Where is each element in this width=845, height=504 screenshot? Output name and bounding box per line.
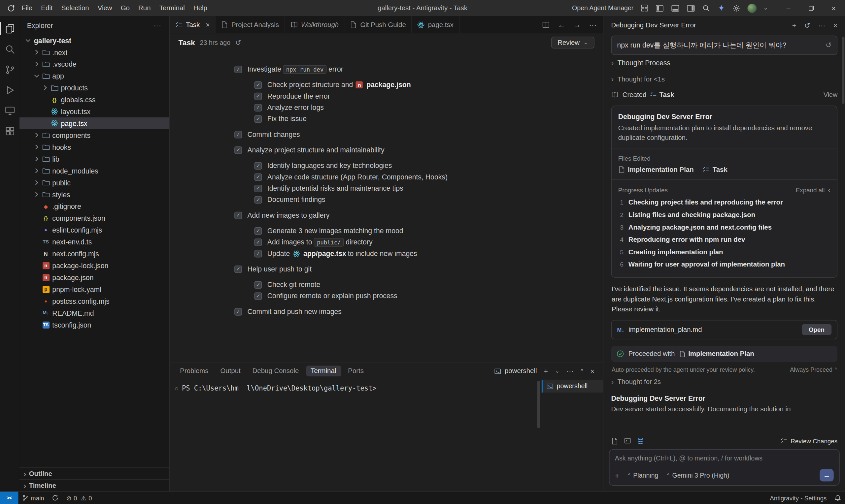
checkbox-checked-icon[interactable]: ✓ <box>234 65 242 73</box>
source-control-icon[interactable] <box>0 59 19 80</box>
tree-item-page.tsx[interactable]: page.tsx <box>19 118 169 129</box>
notifications-bell-icon[interactable] <box>830 492 845 504</box>
tree-item-hooks[interactable]: hooks <box>19 141 169 153</box>
outline-section[interactable]: ›Outline <box>19 467 169 479</box>
remote-indicator[interactable]: >< <box>0 492 18 504</box>
panel-tab-output[interactable]: Output <box>215 366 246 377</box>
task-chip[interactable]: Task <box>650 91 674 98</box>
tree-item-eslint.config.mjs[interactable]: ●eslint.config.mjs <box>19 224 169 236</box>
file-reference[interactable]: app/page.tsx <box>292 249 346 257</box>
terminal-scrollbar[interactable] <box>538 381 540 428</box>
checkbox-checked-icon[interactable]: ✓ <box>234 265 242 273</box>
checkbox-checked-icon[interactable]: ✓ <box>254 184 262 192</box>
tree-item-globals.css[interactable]: {}globals.css <box>19 94 169 106</box>
progress-update-5[interactable]: 5Creating implementation plan <box>618 246 830 258</box>
toggle-panel-icon[interactable] <box>671 5 679 12</box>
agent-input-box[interactable]: Ask anything (Ctrl+L), @ to mention, / f… <box>609 449 840 486</box>
edited-file-implementation-plan[interactable]: Implementation Plan <box>618 166 694 174</box>
review-changes-button[interactable]: Review Changes <box>780 437 838 444</box>
editor-more-actions-icon[interactable]: ··· <box>589 20 596 29</box>
tree-item-.next[interactable]: .next <box>19 46 169 58</box>
sync-changes-button[interactable] <box>48 492 63 504</box>
conversation-history-icon[interactable]: ↺ <box>805 21 810 29</box>
minimize-button[interactable]: – <box>777 0 800 16</box>
remote-explorer-icon[interactable] <box>0 100 19 121</box>
checkbox-checked-icon[interactable]: ✓ <box>254 115 262 123</box>
review-dropdown-button[interactable]: Review ⌄ <box>551 37 595 49</box>
tree-item-README.md[interactable]: M↓README.md <box>19 307 169 319</box>
tree-item-components[interactable]: components <box>19 129 169 141</box>
settings-gear-icon[interactable] <box>732 4 740 12</box>
tree-item-tsconfig.json[interactable]: TStsconfig.json <box>19 319 169 331</box>
restore-button[interactable] <box>800 0 823 16</box>
progress-update-3[interactable]: 3Analyzing package.json and next.config … <box>618 221 830 234</box>
progress-update-2[interactable]: 2Listing files and checking package.json <box>618 209 830 221</box>
explorer-icon[interactable] <box>0 18 19 39</box>
thought-duration-toggle-1[interactable]: ›Thought for <1s <box>611 71 838 87</box>
close-tab-icon[interactable]: × <box>206 21 210 29</box>
agent-more-actions-icon[interactable]: ··· <box>818 21 825 29</box>
tree-item-next.config.mjs[interactable]: Nnext.config.mjs <box>19 248 169 259</box>
checkbox-checked-icon[interactable]: ✓ <box>254 281 262 288</box>
extensions-icon[interactable] <box>0 121 19 141</box>
tree-item-pnpm-lock.yaml[interactable]: ppnpm-lock.yaml <box>19 283 169 295</box>
user-message[interactable]: npx run dev를 실행하니까 에러가 나는데 원인이 뭐야? ↺ <box>611 36 838 55</box>
menu-terminal[interactable]: Terminal <box>155 0 189 16</box>
tree-item-.vscode[interactable]: .vscode <box>19 58 169 70</box>
toggle-primary-sidebar-icon[interactable] <box>655 5 664 12</box>
tree-item-package.json[interactable]: npackage.json <box>19 271 169 283</box>
terminal-more-actions-icon[interactable]: ··· <box>566 367 573 375</box>
explorer-more-actions-icon[interactable]: ··· <box>153 21 162 29</box>
terminal-profile-chevron-icon[interactable]: ⌄ <box>555 368 560 374</box>
editor-tab-page-tsx[interactable]: page.tsx <box>412 16 459 33</box>
tree-item-package-lock.json[interactable]: npackage-lock.json <box>19 259 169 271</box>
checkbox-checked-icon[interactable]: ✓ <box>234 131 242 138</box>
maximize-panel-icon[interactable]: ^ <box>581 368 583 374</box>
checkbox-checked-icon[interactable]: ✓ <box>234 212 242 219</box>
expand-all-button[interactable]: Expand all ‹ <box>796 186 830 194</box>
checkbox-checked-icon[interactable]: ✓ <box>254 292 262 300</box>
tree-item-.gitignore[interactable]: ◆.gitignore <box>19 200 169 212</box>
navigate-forward-icon[interactable]: → <box>573 20 581 29</box>
checkbox-checked-icon[interactable]: ✓ <box>234 308 242 315</box>
menu-view[interactable]: View <box>93 0 117 16</box>
menu-edit[interactable]: Edit <box>37 0 57 16</box>
menu-selection[interactable]: Selection <box>57 0 93 16</box>
review-policy-dropdown[interactable]: Always Proceed ^ <box>790 366 837 373</box>
checkbox-checked-icon[interactable]: ✓ <box>254 173 262 181</box>
implementation-plan-chip[interactable]: Implementation Plan <box>679 350 754 358</box>
checkbox-checked-icon[interactable]: ✓ <box>234 146 242 154</box>
progress-update-4[interactable]: 4Reproducing error with npm run dev <box>618 234 830 246</box>
split-editor-icon[interactable] <box>542 21 550 29</box>
progress-update-6[interactable]: 6Waiting for user approval of implementa… <box>618 258 830 271</box>
artifact-database-icon[interactable] <box>637 437 644 444</box>
agent-scrollbar[interactable] <box>842 37 845 104</box>
progress-update-1[interactable]: 1Checking project files and reproducing … <box>618 197 830 209</box>
checkbox-checked-icon[interactable]: ✓ <box>254 238 262 246</box>
tree-item-styles[interactable]: styles <box>19 188 169 200</box>
agent-manager-grid-icon[interactable] <box>641 4 648 12</box>
tree-item-products[interactable]: products <box>19 82 169 94</box>
tree-item-public[interactable]: public <box>19 177 169 189</box>
editor-tab-task[interactable]: Task× <box>170 16 215 33</box>
menu-go[interactable]: Go <box>117 0 134 16</box>
tree-item-components.json[interactable]: {}components.json <box>19 212 169 224</box>
menu-file[interactable]: File <box>17 0 37 16</box>
editor-tab-project-analysis[interactable]: Project Analysis <box>216 16 285 33</box>
antigravity-settings-item[interactable]: Antigravity - Settings <box>766 492 830 504</box>
git-branch-indicator[interactable]: main <box>18 492 48 504</box>
panel-tab-problems[interactable]: Problems <box>175 366 214 377</box>
open-plan-button[interactable]: Open <box>802 324 831 335</box>
tree-item-next-env.d.ts[interactable]: TSnext-env.d.ts <box>19 236 169 248</box>
checkbox-checked-icon[interactable]: ✓ <box>254 227 262 235</box>
send-button[interactable]: → <box>820 469 833 482</box>
task-history-icon[interactable]: ↺ <box>235 39 241 47</box>
close-panel-icon[interactable]: × <box>590 367 594 375</box>
revert-checkpoint-icon[interactable]: ↺ <box>826 40 831 50</box>
checkbox-checked-icon[interactable]: ✓ <box>254 196 262 203</box>
panel-tab-terminal[interactable]: Terminal <box>306 366 341 377</box>
model-dropdown[interactable]: ^Gemini 3 Pro (High) <box>667 471 729 479</box>
tree-item-postcss.config.mjs[interactable]: ●postcss.config.mjs <box>19 295 169 307</box>
checkbox-checked-icon[interactable]: ✓ <box>254 250 262 257</box>
panel-tab-debug-console[interactable]: Debug Console <box>248 366 304 377</box>
